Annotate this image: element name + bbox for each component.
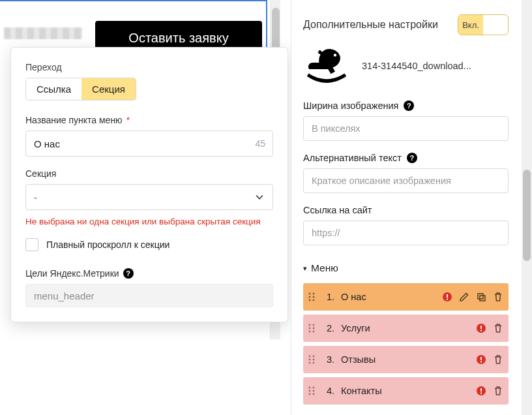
menu-item-row[interactable]: 3. Отзывы [303, 346, 509, 373]
svg-point-23 [313, 359, 315, 361]
drag-handle-icon[interactable] [308, 354, 315, 365]
svg-point-33 [309, 393, 311, 395]
menu-item-index: 4. [321, 386, 334, 396]
logo-filename: 314-3144540_download... [362, 61, 505, 71]
svg-point-34 [313, 393, 315, 395]
chevron-down-icon [254, 192, 265, 202]
menu-item-index: 1. [321, 292, 334, 302]
menu-item-row[interactable]: 1. О нас [303, 283, 509, 311]
svg-rect-19 [480, 330, 482, 331]
menu-item-label: Контакты [341, 386, 382, 396]
svg-point-3 [313, 296, 315, 298]
svg-point-13 [309, 328, 311, 330]
smooth-scroll-label: Плавный проскролл к секции [46, 239, 170, 250]
drag-handle-icon[interactable] [308, 386, 315, 396]
menu-name-input[interactable] [25, 131, 273, 157]
svg-point-31 [309, 390, 311, 392]
menu-name-label: Название пункта меню* [25, 115, 273, 125]
svg-rect-37 [480, 393, 482, 394]
panel-scrollbar[interactable] [522, 0, 532, 415]
transition-label: Переход [25, 62, 273, 72]
section-select[interactable]: - [25, 184, 273, 210]
svg-point-29 [309, 387, 311, 389]
help-icon[interactable]: ? [123, 268, 134, 279]
svg-point-15 [309, 331, 311, 333]
drag-handle-icon[interactable] [308, 292, 315, 302]
alt-text-label: Альтернативный текст [303, 153, 402, 163]
svg-point-20 [309, 356, 311, 358]
help-icon[interactable]: ? [407, 153, 417, 163]
svg-rect-28 [480, 361, 482, 363]
menu-item-label: О нас [341, 292, 366, 302]
settings-toggle[interactable]: Вкл. [458, 14, 509, 35]
required-marker: * [126, 115, 130, 125]
triangle-down-icon: ▾ [303, 264, 307, 273]
trash-icon[interactable] [493, 386, 503, 396]
preview-text-blur [4, 27, 82, 39]
menu-item-index: 3. [321, 354, 334, 365]
help-icon[interactable]: ? [404, 100, 414, 111]
tab-section[interactable]: Секция [81, 78, 136, 100]
svg-point-5 [313, 300, 315, 301]
settings-title: Дополнительные настройки [303, 19, 438, 31]
duplicate-icon[interactable] [476, 292, 486, 302]
settings-panel: Дополнительные настройки Вкл. 314-314454… [291, 0, 520, 415]
warning-icon[interactable] [476, 323, 486, 333]
warning-icon[interactable] [476, 354, 486, 365]
metrika-goal-readonly: menu_header [25, 284, 273, 307]
image-width-input[interactable] [303, 116, 509, 141]
menu-item-label: Услуги [341, 323, 370, 333]
trash-icon[interactable] [493, 292, 503, 302]
svg-point-21 [313, 356, 315, 358]
svg-rect-10 [480, 296, 485, 301]
menu-item-row[interactable]: 2. Услуги [303, 315, 509, 342]
warning-icon[interactable] [442, 292, 452, 302]
menu-accordion-header[interactable]: ▾ Меню [303, 262, 509, 274]
svg-point-4 [309, 300, 311, 301]
smooth-scroll-checkbox[interactable] [25, 238, 38, 251]
image-width-label: Ширина изображения [303, 100, 398, 111]
svg-rect-7 [447, 294, 448, 298]
site-link-label: Ссылка на сайт [303, 205, 372, 215]
menu-item-row[interactable]: 4. Контакты [303, 377, 509, 405]
section-error-text: Не выбрана ни одна секция или выбрана ск… [25, 217, 273, 226]
warning-icon[interactable] [476, 386, 486, 396]
svg-rect-27 [480, 357, 482, 360]
rocking-horse-icon [303, 47, 350, 85]
menu-item-label: Отзывы [341, 354, 376, 365]
trash-icon[interactable] [493, 354, 503, 365]
alt-text-input[interactable] [303, 168, 509, 193]
svg-rect-9 [478, 294, 483, 299]
menu-item-editor-popup: Переход Ссылка Секция Название пункта ме… [10, 47, 288, 322]
tab-link[interactable]: Ссылка [26, 78, 81, 100]
svg-point-1 [313, 293, 315, 295]
metrika-label: Цели Яндекс.Метрики ? [25, 268, 273, 279]
section-select-label: Секция [25, 168, 273, 179]
svg-point-14 [313, 328, 315, 330]
svg-rect-36 [480, 388, 482, 392]
transition-tabs: Ссылка Секция [25, 78, 136, 100]
svg-point-11 [309, 324, 311, 326]
drag-handle-icon[interactable] [308, 323, 315, 333]
svg-rect-8 [447, 299, 448, 300]
svg-point-16 [313, 331, 315, 333]
trash-icon[interactable] [493, 323, 503, 333]
edit-icon[interactable] [459, 292, 469, 302]
site-link-input[interactable] [303, 221, 509, 245]
svg-rect-18 [480, 326, 482, 329]
svg-point-24 [309, 362, 311, 364]
char-counter: 45 [255, 131, 265, 157]
svg-point-25 [313, 362, 315, 364]
menu-item-index: 2. [321, 323, 334, 333]
svg-point-30 [313, 387, 315, 389]
svg-point-22 [309, 359, 311, 361]
svg-point-0 [309, 293, 311, 295]
svg-point-12 [313, 324, 315, 326]
svg-point-2 [309, 296, 311, 298]
svg-point-32 [313, 390, 315, 392]
